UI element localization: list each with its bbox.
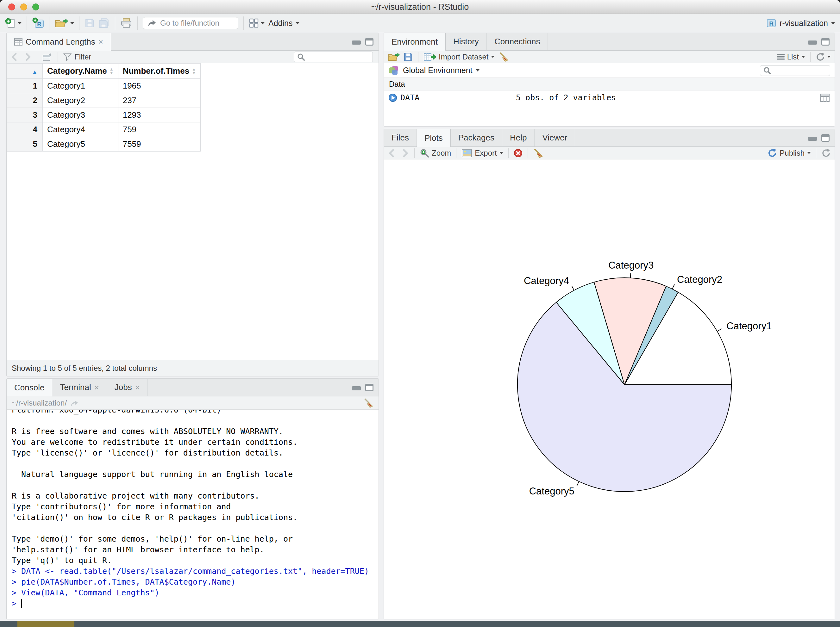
broom-icon[interactable] bbox=[499, 52, 508, 62]
console-prompt[interactable]: > bbox=[12, 598, 379, 609]
close-icon[interactable]: × bbox=[98, 38, 103, 46]
refresh-icon[interactable] bbox=[821, 148, 831, 158]
publish-button[interactable]: Publish bbox=[767, 148, 811, 158]
list-view-label: List bbox=[787, 52, 799, 61]
pie-label-category1: Category1 bbox=[726, 320, 772, 332]
forward-arrow-icon[interactable] bbox=[400, 149, 409, 158]
close-icon[interactable]: × bbox=[94, 383, 99, 392]
console-output-area[interactable]: Platform: x86_64-apple-darwin15.6.0 (64-… bbox=[7, 410, 379, 619]
open-in-new-window-icon[interactable] bbox=[43, 52, 52, 61]
maximize-pane-icon[interactable] bbox=[365, 38, 373, 46]
global-environment-icon bbox=[388, 65, 399, 76]
list-icon bbox=[777, 54, 785, 60]
table-row: 3Category31293 bbox=[7, 108, 201, 123]
new-project-button[interactable]: R bbox=[32, 17, 44, 29]
load-workspace-icon[interactable] bbox=[388, 52, 400, 62]
broom-icon[interactable] bbox=[363, 398, 373, 408]
tab-history[interactable]: History bbox=[446, 33, 487, 50]
tab-plots[interactable]: Plots bbox=[417, 129, 451, 147]
goto-file-placeholder: Go to file/function bbox=[160, 19, 219, 28]
chevron-down-icon bbox=[499, 152, 503, 154]
tab-console[interactable]: Console bbox=[7, 379, 52, 396]
pie-label-tick bbox=[717, 329, 722, 331]
minimize-pane-icon[interactable] bbox=[352, 386, 361, 391]
import-dataset-label: Import Dataset bbox=[439, 52, 488, 61]
export-plot-button[interactable]: Export bbox=[461, 149, 503, 158]
console-command: > pie(DATA$Number.of.Times, DATA$Categor… bbox=[12, 577, 379, 588]
console-commands: > DATA <- read.table("/Users/lsalazar/co… bbox=[12, 566, 379, 609]
console-output: Platform: x86_64-apple-darwin15.6.0 (64-… bbox=[12, 410, 379, 566]
tab-command-lengths[interactable]: Command Lengths × bbox=[7, 33, 111, 50]
viewer-table-body: 1Category119652Category22373Category3129… bbox=[7, 79, 201, 151]
filter-button[interactable]: Filter bbox=[63, 52, 91, 61]
new-file-button[interactable] bbox=[5, 18, 22, 28]
pie-label-category5: Category5 bbox=[529, 485, 575, 497]
project-menu-button[interactable]: R r-visualization bbox=[766, 18, 835, 28]
viewer-search-input[interactable] bbox=[294, 52, 373, 62]
console-command: > DATA <- read.table("/Users/lsalazar/co… bbox=[12, 566, 379, 577]
save-all-icon[interactable] bbox=[98, 18, 110, 28]
tab-environment[interactable]: Environment bbox=[384, 33, 446, 50]
chevron-down-icon bbox=[807, 152, 811, 154]
zoom-plot-button[interactable]: Zoom bbox=[420, 148, 451, 158]
close-icon[interactable]: × bbox=[135, 383, 140, 392]
dock-strip bbox=[0, 621, 840, 627]
filter-label: Filter bbox=[74, 52, 91, 61]
svg-text:R: R bbox=[37, 21, 41, 28]
expand-object-icon[interactable] bbox=[388, 93, 397, 102]
minimize-pane-icon[interactable] bbox=[808, 41, 817, 45]
environment-scope-selector[interactable]: Global Environment bbox=[403, 66, 480, 75]
goto-file-input[interactable]: Go to file/function bbox=[143, 17, 238, 29]
environment-search-input[interactable] bbox=[760, 65, 830, 76]
open-file-button[interactable] bbox=[54, 18, 74, 28]
tab-terminal[interactable]: Terminal × bbox=[52, 379, 107, 396]
forward-arrow-icon[interactable] bbox=[23, 52, 32, 61]
pane-layout-button[interactable] bbox=[249, 18, 265, 28]
open-folder-icon bbox=[54, 18, 68, 28]
print-icon[interactable] bbox=[120, 18, 132, 28]
back-arrow-icon[interactable] bbox=[388, 149, 396, 158]
tab-help[interactable]: Help bbox=[502, 129, 535, 147]
import-dataset-button[interactable]: Import Dataset bbox=[423, 52, 495, 62]
chevron-down-icon bbox=[801, 56, 805, 58]
list-view-button[interactable]: List bbox=[777, 52, 805, 61]
chevron-down-icon bbox=[476, 69, 480, 71]
sort-toggle-icon: ▲▼ bbox=[192, 68, 196, 75]
export-plot-label: Export bbox=[475, 149, 497, 158]
column-header-number-of-times[interactable]: Number.of.Times ▲▼ bbox=[118, 64, 201, 79]
maximize-pane-icon[interactable] bbox=[821, 134, 829, 142]
view-dataframe-icon[interactable] bbox=[820, 94, 829, 102]
object-name: DATA bbox=[400, 93, 419, 102]
refresh-button[interactable] bbox=[816, 52, 831, 62]
rownum-header[interactable]: ▲ bbox=[7, 64, 43, 79]
maximize-pane-icon[interactable] bbox=[365, 384, 373, 391]
minimize-pane-icon[interactable] bbox=[808, 137, 817, 141]
minimize-pane-icon[interactable] bbox=[352, 41, 361, 45]
tab-packages[interactable]: Packages bbox=[451, 129, 502, 147]
remove-plot-icon[interactable] bbox=[514, 149, 523, 158]
tab-jobs[interactable]: Jobs × bbox=[107, 379, 148, 396]
save-icon[interactable] bbox=[85, 18, 95, 28]
refresh-icon bbox=[816, 52, 825, 62]
environment-object-row[interactable]: DATA 5 obs. of 2 variables bbox=[384, 90, 835, 105]
publish-label: Publish bbox=[780, 149, 805, 158]
pane-minmax bbox=[352, 38, 373, 46]
tab-files[interactable]: Files bbox=[384, 129, 417, 147]
tab-connections[interactable]: Connections bbox=[487, 33, 548, 50]
pie-label-category2: Category2 bbox=[677, 274, 722, 285]
new-document-icon bbox=[5, 18, 16, 28]
addins-button[interactable]: Addins bbox=[268, 19, 299, 28]
chevron-down-icon bbox=[827, 56, 831, 58]
environment-tabstrip: Environment History Connections bbox=[384, 33, 835, 50]
broom-icon[interactable] bbox=[533, 148, 543, 158]
table-row: 1Category11965 bbox=[7, 79, 201, 93]
tab-viewer[interactable]: Viewer bbox=[535, 129, 575, 147]
column-header-category-name[interactable]: Category.Name ▲▼ bbox=[43, 64, 118, 79]
viewer-toolbar: Filter bbox=[7, 50, 379, 63]
chevron-down-icon bbox=[261, 22, 265, 24]
save-workspace-icon[interactable] bbox=[404, 52, 413, 62]
back-arrow-icon[interactable] bbox=[11, 52, 19, 61]
share-arrow-icon[interactable] bbox=[70, 400, 79, 406]
maximize-pane-icon[interactable] bbox=[821, 38, 829, 46]
table-row: 5Category57559 bbox=[7, 137, 201, 151]
